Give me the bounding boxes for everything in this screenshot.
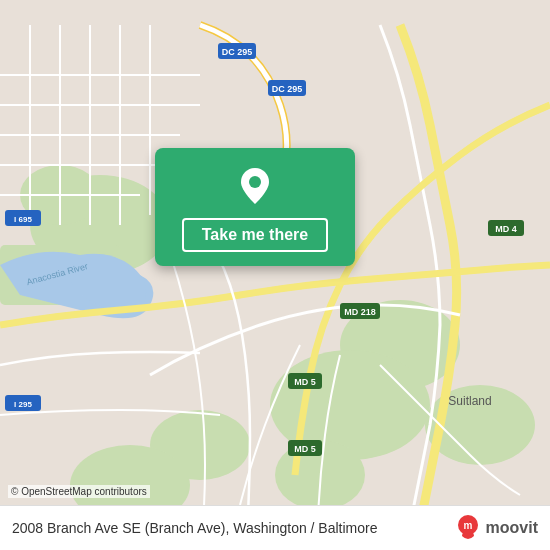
svg-text:MD 4: MD 4 — [495, 224, 517, 234]
moovit-text: moovit — [486, 519, 538, 537]
destination-card: Take me there — [155, 148, 355, 266]
take-me-there-button[interactable]: Take me there — [182, 218, 328, 252]
svg-text:I 695: I 695 — [14, 215, 32, 224]
moovit-logo: m moovit — [454, 514, 538, 542]
map-background: DC 295 DC 295 I 695 I 295 MD 4 MD 218 MD… — [0, 0, 550, 550]
svg-text:MD 218: MD 218 — [344, 307, 376, 317]
location-pin-icon — [233, 164, 277, 208]
svg-text:MD 5: MD 5 — [294, 444, 316, 454]
svg-text:I 295: I 295 — [14, 400, 32, 409]
address-label: 2008 Branch Ave SE (Branch Ave), Washing… — [12, 520, 454, 536]
svg-text:MD 5: MD 5 — [294, 377, 316, 387]
moovit-icon: m — [454, 514, 482, 542]
svg-text:DC 295: DC 295 — [222, 47, 253, 57]
osm-attribution: © OpenStreetMap contributors — [8, 485, 150, 498]
bottom-info-bar: 2008 Branch Ave SE (Branch Ave), Washing… — [0, 505, 550, 550]
svg-text:Suitland: Suitland — [448, 394, 491, 408]
map-container: DC 295 DC 295 I 695 I 295 MD 4 MD 218 MD… — [0, 0, 550, 550]
svg-text:m: m — [463, 520, 472, 531]
svg-point-39 — [249, 176, 261, 188]
svg-text:DC 295: DC 295 — [272, 84, 303, 94]
